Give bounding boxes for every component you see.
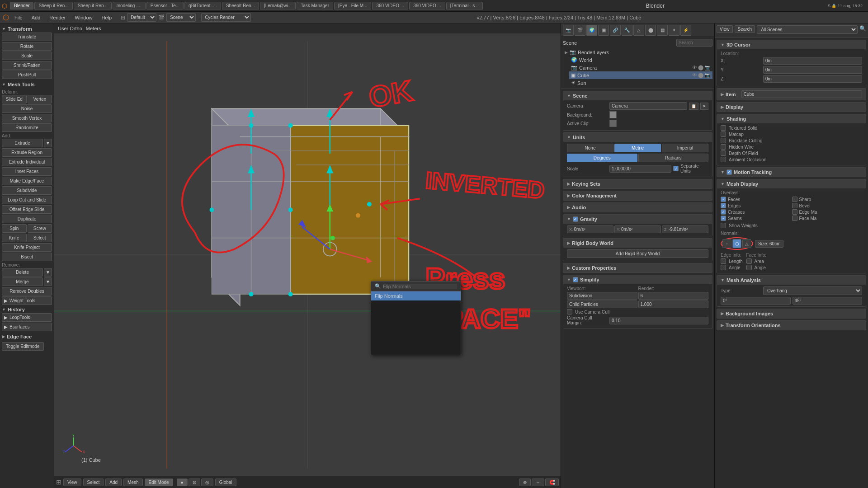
subdivide-btn[interactable]: Subdivide (2, 186, 52, 195)
menu-render[interactable]: Render (46, 14, 69, 21)
shading-header[interactable]: ▼ Shading (717, 114, 866, 123)
tree-world[interactable]: 🌍 World (569, 56, 712, 64)
flip-normals-item[interactable]: Flip Normals (371, 291, 461, 300)
seams-cb[interactable]: ✓ (721, 216, 726, 221)
tree-cube[interactable]: ▣ Cube 👁 ⬤ 📷 (569, 71, 712, 79)
randomize-btn[interactable]: Randomize (2, 123, 52, 132)
mesh-analysis-type-select[interactable]: Overhang (763, 286, 862, 295)
camera-margin-input[interactable] (609, 317, 708, 324)
bsurfaces-btn[interactable]: ▶ Bsurfaces (2, 323, 52, 331)
toggle-edit-mode-btn[interactable]: Toggle Editmode (2, 342, 44, 351)
outliner-search[interactable] (676, 39, 712, 47)
motion-tracking-cb[interactable]: ✓ (726, 169, 732, 175)
camera-cull-checkbox[interactable] (567, 309, 572, 314)
camera-input[interactable] (609, 102, 687, 110)
tab-sheepit[interactable]: SheepIt Ren... (222, 2, 259, 9)
add-rigid-body-btn[interactable]: Add Rigid Body World (567, 249, 708, 258)
gravity-header[interactable]: ▼ ✓ Gravity (563, 215, 712, 224)
footer-view-btn[interactable]: View (63, 479, 81, 486)
physics-icon[interactable]: ⚡ (680, 25, 691, 36)
cursor-x-input[interactable] (763, 57, 862, 65)
matcap-cb[interactable] (721, 131, 726, 137)
transform-orient-header[interactable]: ▶ Transform Orientations (717, 321, 866, 330)
slide-ed-btn[interactable]: Slide Ed (2, 95, 27, 103)
viewport-canvas[interactable]: OK INVERTED Press "SPACE" (54, 33, 561, 476)
units-radians-btn[interactable]: Radians (638, 154, 709, 162)
render-engine-select[interactable]: Cycles Render (201, 13, 251, 22)
hidden-wire-cb[interactable] (721, 144, 726, 150)
keying-sets-header[interactable]: ▶ Keying Sets (563, 179, 712, 188)
weight-tools-btn[interactable]: ▶ Weight Tools (2, 296, 52, 305)
layout-select[interactable]: Default (127, 13, 156, 22)
select-btn[interactable]: Select (28, 234, 52, 242)
menu-help[interactable]: Help (98, 14, 116, 21)
delete-dropdown[interactable]: ▼ (44, 268, 52, 277)
loop-tools-btn[interactable]: ▶ LoopTools (2, 313, 52, 322)
duplicate-btn[interactable]: Duplicate (2, 215, 52, 223)
depth-field-cb[interactable] (721, 150, 726, 156)
camera-browse-btn[interactable]: 📋 (689, 103, 698, 110)
noise-btn[interactable]: Noise (2, 104, 52, 113)
vertex-btn[interactable]: Vertex (28, 95, 52, 103)
search-btn[interactable]: Search (735, 25, 755, 33)
angle-edge-cb[interactable] (721, 265, 726, 270)
view-search-btn[interactable]: View (717, 25, 733, 33)
loop-cut-slide-btn[interactable]: Loop Cut and Slide (2, 196, 52, 204)
extrude-btn[interactable]: Extrude (2, 139, 43, 147)
angle-face-cb[interactable] (746, 265, 752, 270)
knife-btn[interactable]: Knife (2, 234, 27, 242)
item-name-input[interactable] (741, 90, 862, 98)
mesh-display-header[interactable]: ▼ Mesh Display (717, 179, 866, 188)
gravity-y-field[interactable]: Y: 0m/s² (614, 225, 661, 233)
snap-btn[interactable]: 🧲 (545, 479, 559, 486)
units-imperial-btn[interactable]: Imperial (662, 144, 708, 152)
rigid-body-world-header[interactable]: ▶ Rigid Body World (563, 239, 712, 248)
length-cb[interactable] (721, 258, 726, 264)
tab-qbittorrent[interactable]: qBitTorrent -... (184, 2, 221, 9)
menu-add[interactable]: Add (28, 14, 44, 21)
face-ma-cb[interactable] (792, 216, 797, 221)
background-images-header[interactable]: ▶ Background Images (717, 309, 866, 318)
material-icon[interactable]: ⬤ (645, 25, 656, 36)
units-degrees-btn[interactable]: Degrees (567, 154, 637, 162)
rendered-shading-btn[interactable]: ◎ (201, 479, 213, 486)
loop-normals-btn[interactable]: △ (742, 239, 751, 248)
data-icon[interactable]: △ (633, 25, 644, 36)
cube-render-icon[interactable]: 📷 (704, 72, 711, 78)
delete-btn[interactable]: Delete (2, 268, 43, 277)
knife-project-btn[interactable]: Knife Project (2, 243, 52, 252)
custom-props-header[interactable]: ▶ Custom Properties (563, 263, 712, 272)
vertex-normals-btn[interactable]: ↑ (722, 239, 731, 248)
edges-cb[interactable]: ✓ (721, 203, 726, 208)
audio-header[interactable]: ▶ Audio (563, 203, 712, 212)
search-icon[interactable]: 🔍 (859, 25, 866, 34)
tab-terminal[interactable]: [Terminal - s... (446, 2, 483, 9)
gravity-checkbox[interactable]: ✓ (573, 216, 578, 222)
faces-cb[interactable]: ✓ (721, 197, 726, 202)
cursor-section-header[interactable]: ▼ 3D Cursor (717, 40, 866, 49)
background-color-btn[interactable] (609, 111, 617, 118)
scene-icon[interactable]: 🎬 (575, 25, 585, 36)
extrude-dropdown[interactable]: ▼ (44, 139, 52, 147)
color-management-header[interactable]: ▶ Color Management (563, 191, 712, 200)
merge-dropdown[interactable]: ▼ (44, 277, 52, 286)
area-cb[interactable] (746, 258, 752, 264)
make-edge-face-btn[interactable]: Make Edge/Face (2, 177, 52, 185)
edge-face-section-header[interactable]: ▶ Edge Face (2, 333, 52, 340)
menu-window[interactable]: Window (71, 14, 96, 21)
screw-btn[interactable]: Screw (28, 224, 52, 233)
backface-cb[interactable] (721, 138, 726, 143)
rotate-btn[interactable]: Rotate (2, 42, 52, 51)
render-icon[interactable]: 📷 (563, 25, 574, 36)
face-normals-btn[interactable]: ⬡ (732, 239, 741, 248)
item-section-header[interactable]: ▶ Item (717, 89, 866, 100)
manip-btn[interactable]: ↔ (532, 479, 544, 486)
mesh-analysis-header[interactable]: ▼ Mesh Analysis (717, 276, 866, 285)
mesh-analysis-min[interactable] (721, 297, 791, 305)
creases-cb[interactable]: ✓ (721, 209, 726, 215)
footer-select-btn[interactable]: Select (83, 479, 104, 486)
tab-360video1[interactable]: 360 VIDEO ... (372, 2, 408, 9)
simplify-checkbox[interactable]: ✓ (573, 277, 578, 282)
tab-modeling[interactable]: modeling -... (113, 2, 146, 9)
world-icon[interactable]: 🌍 (586, 25, 597, 36)
